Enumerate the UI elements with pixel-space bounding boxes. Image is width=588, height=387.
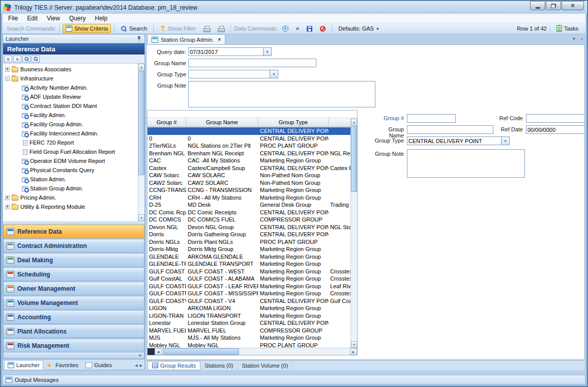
tree-item[interactable]: Facility Admin. <box>3 110 137 120</box>
grid-row[interactable]: GULF COAST GULF COAST - WEST Marketing R… <box>148 268 350 275</box>
grid-row[interactable]: Dorris NGLs Dorris Plant NGLs PROC PLANT… <box>148 238 350 246</box>
tree-expander-icon[interactable]: + <box>5 205 10 209</box>
tree-expander-icon[interactable]: - <box>5 76 10 81</box>
grid-vertical-scrollbar[interactable]: ▲ ▼ <box>350 119 357 348</box>
close-button[interactable]: × <box>562 1 584 10</box>
module-nav-button[interactable]: Plant Allocations <box>3 324 144 338</box>
grid-column-header[interactable]: Group # <box>148 118 186 126</box>
tree-item[interactable]: Station Admin. <box>3 175 137 184</box>
grid-row[interactable]: LIGON-TRAN LIGON TRANSPORT Marketing Reg… <box>148 312 350 320</box>
detail-group-type-combo[interactable]: ▼ <box>407 136 510 145</box>
detail-group-note-input[interactable] <box>407 149 525 178</box>
grid-row[interactable]: DC COMICS DC COMICS FUEL COMPRESSOR GROU… <box>148 216 350 224</box>
tree-item[interactable]: + Utility & Reporting Module <box>3 202 137 211</box>
tree-item[interactable]: Facility Group Admin. <box>3 120 137 129</box>
scroll-right-icon[interactable]: ▶ <box>350 348 357 355</box>
tree-scrollbar[interactable]: ▲ ▼ <box>138 64 144 221</box>
tree-item[interactable]: + Pricing Admin. <box>3 193 137 202</box>
grid-row[interactable]: DC Comic Rcp DC Comic Receipts CENTRAL D… <box>148 209 350 216</box>
restore-button[interactable] <box>546 1 561 10</box>
grid-row[interactable]: CCNG-TRANSI CCNG - TRANSMISSION Marketin… <box>148 186 350 194</box>
menu-item[interactable]: View <box>42 14 65 23</box>
detail-ref-date-picker[interactable]: ▼ <box>526 125 579 134</box>
tree-item[interactable]: Physical Constants Query <box>3 165 137 175</box>
tree-find-button[interactable] <box>32 56 40 63</box>
grid-row[interactable]: CRH CRH - All My Stations Marketing Regi… <box>148 194 350 202</box>
menu-item[interactable]: Edit <box>22 14 42 23</box>
result-tab[interactable]: Group Results <box>148 361 200 370</box>
grid-row[interactable]: MJS MJS - All My Stations Marketing Regi… <box>148 334 350 342</box>
grid-row[interactable]: Dorris-Mktg Dorris Mktg Group Marketing … <box>148 245 350 253</box>
add-record-button[interactable]: + <box>279 24 291 33</box>
launcher-tab[interactable]: Guides <box>82 360 115 370</box>
detail-group-type-input[interactable] <box>407 136 501 145</box>
calendar-dropdown-icon[interactable]: ▼ <box>263 47 272 56</box>
scroll-down-icon[interactable]: ▼ <box>138 214 144 221</box>
tab-scroll-left-icon[interactable]: ◀ <box>135 364 137 368</box>
grid-row[interactable]: Lonestar Lonestar Station Group CENTRAL … <box>148 319 350 327</box>
detail-group-name-input[interactable] <box>407 125 493 134</box>
detail-ref-code-combo[interactable]: ▼ <box>526 114 579 123</box>
tree-item[interactable]: - Infrastructure <box>3 74 137 83</box>
scrollbar-thumb[interactable] <box>138 71 144 175</box>
criteria-group-type-input[interactable] <box>188 70 270 78</box>
pin-icon[interactable] <box>137 36 142 42</box>
save-button[interactable] <box>304 24 315 33</box>
grid-row[interactable]: CAW Solarc CAW SOLARC Non-Pathed Nom Gro… <box>148 172 350 179</box>
scroll-up-icon[interactable]: ▲ <box>351 119 357 125</box>
grid-row[interactable]: Devon NGL Devon NGL Group CENTRAL DELIVE… <box>148 224 350 231</box>
grid-row[interactable]: CENTRAL DELIVERY POINT <box>148 127 350 135</box>
more-buttons-chevron[interactable]: » <box>3 352 144 359</box>
grid-row[interactable]: 2TierNGLs NGL Stations on 2Tier Plt PROC… <box>148 142 350 150</box>
scroll-left-icon[interactable]: ◀ <box>155 348 162 355</box>
show-filter-button[interactable]: Show Filter <box>157 24 199 33</box>
scroll-up-icon[interactable]: ▲ <box>138 64 144 70</box>
grid-row[interactable]: GULF COASTL GULF COAST - LEAF RIVER Mark… <box>148 283 350 290</box>
criteria-group-note-input[interactable] <box>188 81 375 107</box>
chevron-down-icon[interactable]: ▼ <box>270 70 278 78</box>
show-criteria-button[interactable]: Show Criteria <box>63 24 111 33</box>
tree-item[interactable]: Activity Number Admin. <box>3 83 137 92</box>
module-nav-button[interactable]: Risk Management <box>3 339 144 352</box>
tree-item[interactable]: Operator EOM Volume Report <box>3 156 137 165</box>
menu-item[interactable]: Query <box>65 14 91 23</box>
print-preview-button[interactable] <box>215 24 227 33</box>
tree-expander-icon[interactable]: + <box>5 67 10 72</box>
tree-item[interactable]: FERC 720 Report <box>3 138 137 147</box>
grid-column-header[interactable] <box>329 118 351 126</box>
print-button[interactable] <box>200 24 213 33</box>
document-close-icon[interactable]: × <box>580 37 583 41</box>
module-nav-button[interactable]: Deal Making <box>3 253 144 267</box>
detail-ref-date-input[interactable] <box>526 125 585 134</box>
grid-row[interactable]: D-25 MD Desk General Desk Group Trading … <box>148 201 350 209</box>
scrollbar-thumb[interactable] <box>163 348 239 355</box>
menu-item[interactable]: File <box>4 14 22 23</box>
grid-row[interactable]: Dorris Dorris Gathering Group CENTRAL DE… <box>148 231 350 238</box>
module-nav-button[interactable]: Reference Data <box>3 225 144 238</box>
menu-item[interactable]: Help <box>91 14 112 23</box>
grid-row[interactable]: GLENDALE-TR GLENDALE TRANSPORT Marketing… <box>148 260 350 268</box>
delete-record-button[interactable]: × <box>293 24 302 33</box>
grid-row[interactable]: Brenham NGL Brenham NGL Receipt CENTRAL … <box>148 150 350 157</box>
module-nav-button[interactable]: Owner Management <box>3 282 144 295</box>
panel-splitter[interactable] <box>3 221 144 225</box>
tree-expander-icon[interactable]: + <box>5 196 10 200</box>
result-tab[interactable]: Stations (0) <box>200 361 238 370</box>
tree-item[interactable]: + Business Associates <box>3 65 137 74</box>
module-nav-button[interactable]: Volume Management <box>3 296 144 310</box>
query-date-input[interactable] <box>188 47 263 56</box>
detail-group-number-input[interactable] <box>407 114 456 123</box>
chevron-down-icon[interactable]: ▼ <box>501 136 510 145</box>
tab-scroll-right-icon[interactable]: ▶ <box>140 364 142 368</box>
detail-ref-code-input[interactable] <box>526 114 585 123</box>
grid-column-header[interactable]: Group Type <box>258 118 329 126</box>
tab-close-icon[interactable]: × <box>218 37 221 42</box>
grid-horizontal-scrollbar[interactable]: ◀ ▶ <box>148 348 357 355</box>
title-bar[interactable]: Trilogy TIES // Server: papabear\dev2014… <box>1 1 587 14</box>
defaults-dropdown[interactable]: Defaults: GAS ▼ <box>335 24 383 33</box>
grid-row[interactable]: Gulf CoastAL GULF COAST - ALABAMA Market… <box>148 275 350 283</box>
grid-row[interactable]: MARVEL FUEL MARVEL FUEL COMPRESSOR GROUP <box>148 327 350 335</box>
module-nav-button[interactable]: Scheduling <box>3 267 144 281</box>
query-date-picker[interactable]: ▼ <box>188 47 237 56</box>
grid-row[interactable]: GLENDALE ARKOMA GLENDALE Marketing Regio… <box>148 253 350 261</box>
